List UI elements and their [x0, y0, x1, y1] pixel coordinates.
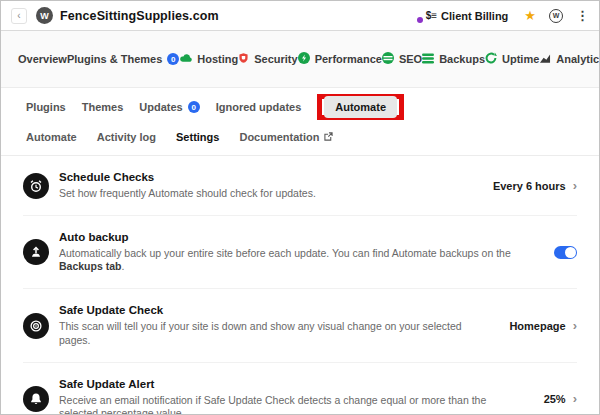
settings-list: Schedule Checks Set how frequently Autom…	[1, 156, 599, 415]
tab-automate-overview[interactable]: Automate	[26, 131, 77, 143]
nav-label: Backups	[439, 53, 485, 65]
setting-description: This scan will tell you if your site is …	[59, 320, 489, 346]
tab-themes[interactable]: Themes	[82, 101, 124, 113]
nav-item-backups[interactable]: Backups	[422, 53, 485, 66]
wordpress-icon[interactable]: W	[549, 9, 563, 23]
updates-count-badge: 0	[167, 53, 179, 65]
setting-title: Schedule Checks	[59, 171, 473, 183]
nav-label: Uptime	[502, 53, 539, 65]
setting-value: Homepage	[509, 320, 565, 332]
bell-icon	[23, 386, 49, 412]
nav-label: SEO	[399, 53, 422, 65]
safe-update-check-value[interactable]: Homepage ›	[509, 319, 577, 332]
nav-item-seo[interactable]: SEO	[382, 52, 422, 66]
target-icon	[23, 313, 49, 339]
tab-label: Settings	[176, 131, 219, 143]
highlight-annotation-box: Automate	[317, 94, 404, 120]
nav-label: Hosting	[197, 53, 238, 65]
description-text: .	[121, 260, 124, 272]
notification-dot	[417, 17, 423, 23]
cloud-icon	[179, 53, 192, 65]
favorite-star-icon[interactable]: ★	[524, 9, 536, 22]
tab-label: Plugins	[26, 101, 66, 113]
setting-row-auto-backup[interactable]: Auto backup Automatically back up your e…	[23, 216, 577, 289]
nav-label: Security	[254, 53, 297, 65]
setting-description: Receive an email notification if Safe Up…	[59, 394, 524, 415]
uptime-icon	[485, 52, 497, 66]
tab-label: Themes	[82, 101, 124, 113]
backups-icon	[422, 53, 434, 66]
setting-title: Safe Update Alert	[59, 378, 524, 390]
overflow-menu-icon[interactable]: ⋮	[576, 9, 589, 22]
tab-label: Documentation	[239, 131, 319, 143]
back-button[interactable]: ‹	[11, 8, 27, 24]
setting-value: 25%	[544, 393, 566, 405]
setting-text: Auto backup Automatically back up your e…	[59, 231, 554, 273]
tab-activity-log[interactable]: Activity log	[97, 131, 156, 143]
nav-label: Overview	[18, 53, 67, 65]
client-billing-button[interactable]: Client Billing	[441, 10, 508, 22]
nav-item-security[interactable]: Security	[238, 52, 297, 66]
nav-label: Analytics	[556, 53, 600, 65]
setting-title: Auto backup	[59, 231, 534, 243]
tab-label: Updates	[139, 101, 182, 113]
description-text: Automatically back up your entire site b…	[59, 247, 511, 259]
setting-text: Safe Update Check This scan will tell yo…	[59, 304, 509, 346]
app-window: ‹ W FenceSittingSupplies.com $≡ Client B…	[0, 0, 600, 415]
setting-text: Safe Update Alert Receive an email notif…	[59, 378, 544, 415]
tab-updates[interactable]: Updates 0	[139, 101, 199, 113]
shield-icon	[238, 52, 249, 66]
site-title: FenceSittingSupplies.com	[60, 9, 219, 23]
tab-ignored-updates[interactable]: Ignored updates	[216, 101, 302, 113]
nav-item-uptime[interactable]: Uptime	[485, 52, 539, 66]
nav-item-hosting[interactable]: Hosting	[179, 53, 238, 65]
automate-section-tabs: Automate Activity log Settings Documenta…	[1, 122, 599, 155]
chevron-right-icon: ›	[573, 392, 577, 405]
setting-title: Safe Update Check	[59, 304, 489, 316]
auto-backup-toggle[interactable]	[554, 246, 577, 259]
chevron-right-icon: ›	[573, 179, 577, 192]
seo-icon	[382, 52, 394, 66]
auto-backup-control	[554, 246, 577, 259]
setting-row-schedule-checks[interactable]: Schedule Checks Set how frequently Autom…	[23, 156, 577, 216]
setting-text: Schedule Checks Set how frequently Autom…	[59, 171, 493, 200]
setting-value: Every 6 hours	[493, 180, 566, 192]
site-avatar: W	[36, 7, 53, 24]
updates-badge: 0	[188, 101, 200, 113]
setting-description: Automatically back up your entire site b…	[59, 247, 534, 273]
setting-row-safe-update-check[interactable]: Safe Update Check This scan will tell yo…	[23, 289, 577, 362]
nav-item-performance[interactable]: Performance	[298, 52, 382, 66]
tab-label: Automate	[26, 131, 77, 143]
nav-label: Performance	[315, 53, 382, 65]
nav-item-analytics[interactable]: Analytics	[539, 53, 600, 66]
external-link-icon	[324, 131, 333, 143]
back-chevron-icon: ‹	[17, 10, 20, 21]
main-nav: Overview Plugins & Themes 0 Hosting Secu…	[1, 31, 599, 88]
performance-icon	[298, 52, 310, 66]
tab-plugins[interactable]: Plugins	[26, 101, 66, 113]
setting-description: Set how frequently Automate should check…	[59, 187, 473, 200]
billing-icon: $≡	[426, 10, 437, 21]
description-bold-text: Backups tab	[59, 260, 121, 272]
safe-update-alert-value[interactable]: 25% ›	[544, 392, 577, 405]
analytics-chart-icon	[539, 53, 551, 66]
nav-item-overview[interactable]: Overview	[18, 53, 67, 65]
plugins-themes-subtabs: Plugins Themes Updates 0 Ignored updates…	[1, 88, 599, 122]
setting-row-safe-update-alert[interactable]: Safe Update Alert Receive an email notif…	[23, 363, 577, 415]
top-bar: ‹ W FenceSittingSupplies.com $≡ Client B…	[1, 1, 599, 31]
tab-label: Ignored updates	[216, 101, 302, 113]
chevron-right-icon: ›	[573, 319, 577, 332]
schedule-checks-value[interactable]: Every 6 hours ›	[493, 179, 577, 192]
alarm-clock-icon	[23, 173, 49, 199]
nav-label: Plugins & Themes	[67, 53, 162, 65]
nav-item-plugins-themes[interactable]: Plugins & Themes 0	[67, 53, 179, 65]
backup-icon	[23, 239, 49, 265]
link-documentation[interactable]: Documentation	[239, 131, 332, 143]
tab-label: Activity log	[97, 131, 156, 143]
tab-settings[interactable]: Settings	[176, 131, 219, 143]
tab-automate[interactable]: Automate	[324, 96, 397, 118]
